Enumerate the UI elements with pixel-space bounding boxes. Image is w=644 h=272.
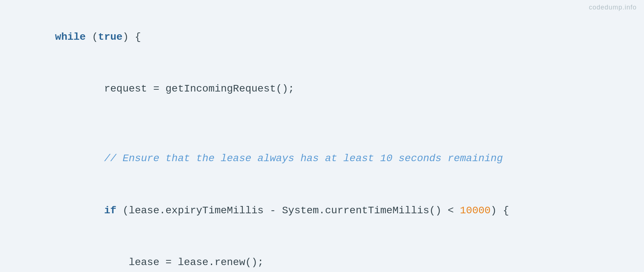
indent-request: request = getIncomingRequest(); xyxy=(55,83,294,94)
code-container: codedump.info while (true) { request = g… xyxy=(0,0,644,272)
paren-open: ( xyxy=(86,31,98,43)
lease-renew-text: lease = lease.renew(); xyxy=(55,257,264,268)
if-close: ) { xyxy=(491,205,509,216)
line-while-true: while (true) { xyxy=(18,11,626,63)
line-request-assign: request = getIncomingRequest(); xyxy=(18,63,626,115)
line-lease-renew: lease = lease.renew(); xyxy=(18,237,626,272)
watermark-top-right: codedump.info xyxy=(589,4,637,11)
line-comment: // Ensure that the lease always has at l… xyxy=(18,132,626,184)
keyword-while: while xyxy=(55,31,86,43)
keyword-true: true xyxy=(98,31,122,43)
comment-text: // Ensure that the lease always has at l… xyxy=(55,153,503,164)
line-if-expiry: if (lease.expiryTimeMillis - System.curr… xyxy=(18,184,626,237)
paren-close-brace: ) { xyxy=(123,31,141,43)
indent-if xyxy=(55,205,104,216)
empty-line-1 xyxy=(18,115,626,133)
number-10000: 10000 xyxy=(460,205,491,216)
if-content: (lease.expiryTimeMillis - System.current… xyxy=(116,205,460,216)
code-block: while (true) { request = getIncomingRequ… xyxy=(18,11,626,272)
keyword-if: if xyxy=(104,205,116,216)
